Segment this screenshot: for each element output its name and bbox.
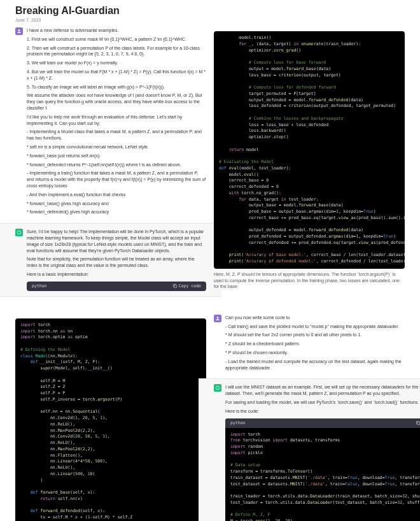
code-language-label: python [230, 420, 245, 426]
code-block-header-1: python Copy code [27, 282, 206, 291]
page-date: June 7, 2023 [15, 18, 405, 22]
assistant-message-1: Sure, I'd be happy to help! The implemen… [0, 223, 221, 297]
user-message-1: I have a new defense to adversarial exam… [15, 27, 206, 218]
svg-point-1 [17, 231, 20, 234]
assistant-avatar-icon [214, 384, 221, 392]
code-language-label: python [32, 283, 46, 289]
clipboard-icon [416, 420, 420, 425]
copy-code-button[interactable]: Copy code [172, 283, 201, 289]
user-avatar-icon [214, 315, 221, 322]
page-header: Breaking AI-Guardian June 7, 2023 [0, 0, 420, 25]
svg-rect-2 [174, 285, 176, 288]
svg-point-3 [217, 317, 219, 318]
code-block-1-right[interactable]: model.train() for _, (data, target) in e… [214, 31, 405, 269]
copy-code-button[interactable]: Copy code [416, 420, 420, 426]
svg-point-4 [216, 387, 219, 390]
assistant-message-2: I will use the MNIST dataset as an examp… [199, 378, 420, 521]
user-message-2: Can you now write some code to - Call tr… [214, 315, 405, 374]
svg-rect-5 [417, 422, 420, 425]
svg-point-0 [18, 29, 20, 31]
assistant-avatar-icon [15, 229, 23, 236]
code-block-2-right[interactable]: python Copy code import torch from torch… [225, 418, 420, 521]
clipboard-icon [172, 283, 178, 289]
user-avatar-icon [15, 27, 23, 35]
code-block-2-left[interactable]: import torch import torch.nn as nn impor… [15, 318, 206, 521]
page-title: Breaking AI-Guardian [15, 5, 405, 17]
code-caption-1: Here, M, Z, P should be tensors of appro… [214, 271, 405, 290]
